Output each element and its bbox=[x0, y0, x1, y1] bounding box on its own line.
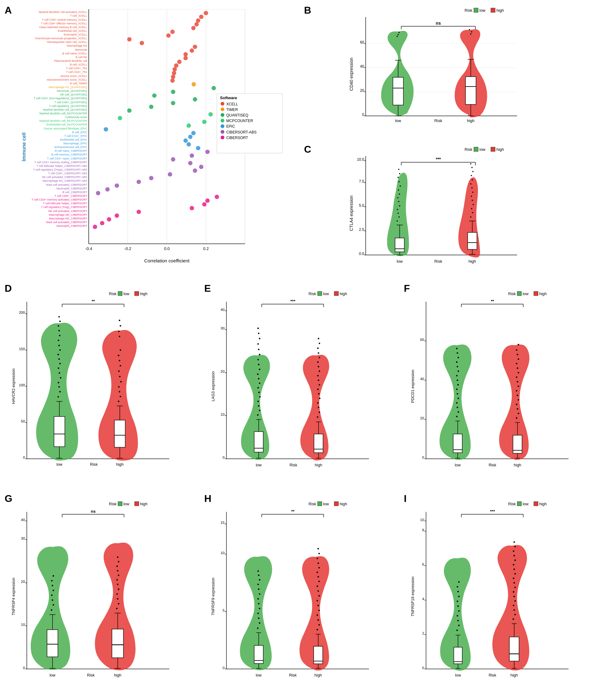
panel-i: I Risk low high TNFRSF18 expression 0 2 … bbox=[402, 492, 602, 700]
svg-text:B cell_TIMER: B cell_TIMER bbox=[70, 82, 87, 85]
svg-point-81 bbox=[177, 60, 181, 64]
svg-text:30: 30 bbox=[21, 536, 25, 540]
svg-point-307 bbox=[118, 386, 120, 388]
svg-text:high: high bbox=[497, 8, 504, 13]
svg-text:stroma score_XCELL: stroma score_XCELL bbox=[60, 74, 87, 78]
panel-e-svg: Risk low high LAG3 expression 0 10 20 30… bbox=[209, 284, 396, 485]
svg-point-584 bbox=[317, 548, 319, 549]
svg-rect-176 bbox=[465, 77, 476, 104]
svg-point-433 bbox=[458, 371, 459, 372]
svg-point-284 bbox=[58, 382, 59, 383]
svg-point-319 bbox=[119, 320, 120, 321]
svg-text:Macrophage M1: Macrophage M1 bbox=[67, 44, 87, 47]
svg-point-650 bbox=[513, 550, 514, 552]
svg-point-103 bbox=[186, 142, 191, 147]
svg-point-497 bbox=[53, 590, 54, 591]
svg-text:B cell NK: B cell NK bbox=[76, 56, 87, 59]
svg-point-550 bbox=[258, 618, 259, 619]
svg-point-245 bbox=[472, 179, 473, 180]
svg-point-354 bbox=[257, 401, 259, 402]
svg-text:Risk: Risk bbox=[289, 463, 297, 467]
svg-point-90 bbox=[152, 93, 156, 98]
svg-rect-256 bbox=[135, 292, 139, 296]
svg-point-246 bbox=[471, 175, 472, 176]
svg-text:microenvironment score_XCELL: microenvironment score_XCELL bbox=[47, 78, 87, 81]
panel-a: A Immune cell -0.4 -0.2 0.0 0.2 Correlat… bbox=[3, 3, 303, 281]
svg-point-367 bbox=[259, 338, 260, 339]
svg-text:TNFRSF4 expression: TNFRSF4 expression bbox=[11, 578, 16, 615]
svg-rect-298 bbox=[114, 420, 125, 447]
svg-point-132 bbox=[221, 113, 224, 117]
svg-point-383 bbox=[319, 384, 320, 386]
svg-point-382 bbox=[317, 389, 319, 390]
svg-point-459 bbox=[516, 354, 518, 355]
svg-text:Macrophage M2_CIBERSORT-ABS: Macrophage M2_CIBERSORT-ABS bbox=[43, 179, 87, 182]
panel-g-svg: Risk low high TNFRSF4 expression 0 10 20… bbox=[9, 495, 197, 697]
svg-point-236 bbox=[470, 216, 472, 218]
svg-point-623 bbox=[457, 605, 459, 607]
svg-point-638 bbox=[513, 605, 514, 606]
svg-rect-398 bbox=[517, 292, 522, 296]
svg-point-82 bbox=[174, 64, 178, 68]
svg-point-288 bbox=[59, 363, 61, 365]
svg-text:B cell_XCELL: B cell_XCELL bbox=[70, 63, 87, 66]
svg-text:7.5: 7.5 bbox=[359, 179, 364, 183]
svg-point-641 bbox=[513, 591, 514, 593]
svg-point-248 bbox=[472, 167, 473, 168]
svg-point-173 bbox=[398, 34, 399, 35]
svg-point-240 bbox=[472, 200, 473, 201]
svg-point-114 bbox=[115, 183, 119, 188]
svg-point-183 bbox=[471, 31, 473, 32]
svg-text:Risk: Risk bbox=[465, 8, 473, 13]
svg-point-364 bbox=[259, 354, 260, 355]
svg-point-73 bbox=[170, 30, 175, 34]
svg-point-436 bbox=[458, 357, 459, 358]
svg-point-239 bbox=[473, 204, 474, 205]
svg-text:Myeloid dendritic cell activat: Myeloid dendritic cell activated_XCELL bbox=[39, 10, 87, 14]
svg-text:high: high bbox=[339, 292, 347, 296]
svg-point-454 bbox=[516, 376, 517, 378]
svg-text:low: low bbox=[397, 259, 403, 264]
svg-text:T cell CD8+_CIBERSORT-ABS: T cell CD8+_CIBERSORT-ABS bbox=[48, 172, 87, 175]
svg-rect-468 bbox=[135, 502, 139, 506]
svg-point-450 bbox=[516, 395, 518, 396]
svg-point-569 bbox=[317, 619, 319, 621]
svg-point-220 bbox=[399, 205, 400, 206]
svg-text:low: low bbox=[323, 502, 329, 506]
svg-point-89 bbox=[171, 90, 175, 94]
svg-point-570 bbox=[317, 615, 318, 616]
svg-point-625 bbox=[458, 596, 460, 597]
svg-text:0: 0 bbox=[223, 666, 225, 670]
svg-point-352 bbox=[259, 410, 260, 411]
svg-rect-230 bbox=[468, 232, 477, 249]
svg-point-431 bbox=[457, 379, 458, 381]
svg-point-84 bbox=[172, 71, 176, 75]
panel-d-label: D bbox=[5, 283, 12, 294]
svg-text:2: 2 bbox=[422, 631, 424, 635]
panel-g: G Risk low high TNFRSF4 expression 0 10 … bbox=[3, 492, 203, 700]
svg-point-518 bbox=[117, 556, 118, 558]
svg-point-626 bbox=[457, 591, 459, 593]
svg-rect-324 bbox=[318, 292, 322, 296]
svg-text:T cell regulatory (Treg)_CIBER: T cell regulatory (Treg)_CIBERSORT bbox=[41, 205, 87, 208]
svg-text:T cell follicular helper_CIBER: T cell follicular helper_CIBERSORT bbox=[43, 202, 87, 205]
svg-text:T cell CD8+_CIBERSORT: T cell CD8+_CIBERSORT bbox=[55, 194, 87, 198]
svg-point-643 bbox=[513, 582, 515, 584]
panel-h: H Risk low high TNFRSF9 expression 0 5 1… bbox=[203, 492, 402, 700]
svg-point-108 bbox=[188, 161, 193, 165]
svg-text:EPIC: EPIC bbox=[226, 124, 235, 129]
svg-text:high: high bbox=[510, 673, 518, 677]
svg-point-115 bbox=[105, 187, 110, 192]
svg-point-100 bbox=[191, 131, 196, 135]
svg-point-243 bbox=[472, 187, 473, 189]
svg-text:high: high bbox=[539, 292, 547, 296]
svg-text:high: high bbox=[539, 502, 547, 506]
svg-text:T cell regulatory (Tregs)_CIBE: T cell regulatory (Tregs)_CIBERSORT-ABS bbox=[33, 168, 87, 171]
svg-point-434 bbox=[457, 366, 458, 368]
svg-text:high: high bbox=[467, 118, 475, 123]
svg-point-553 bbox=[258, 603, 259, 604]
svg-point-227 bbox=[398, 177, 399, 178]
svg-point-225 bbox=[400, 185, 401, 187]
panel-a-label: A bbox=[5, 5, 12, 16]
svg-text:low: low bbox=[523, 502, 529, 506]
